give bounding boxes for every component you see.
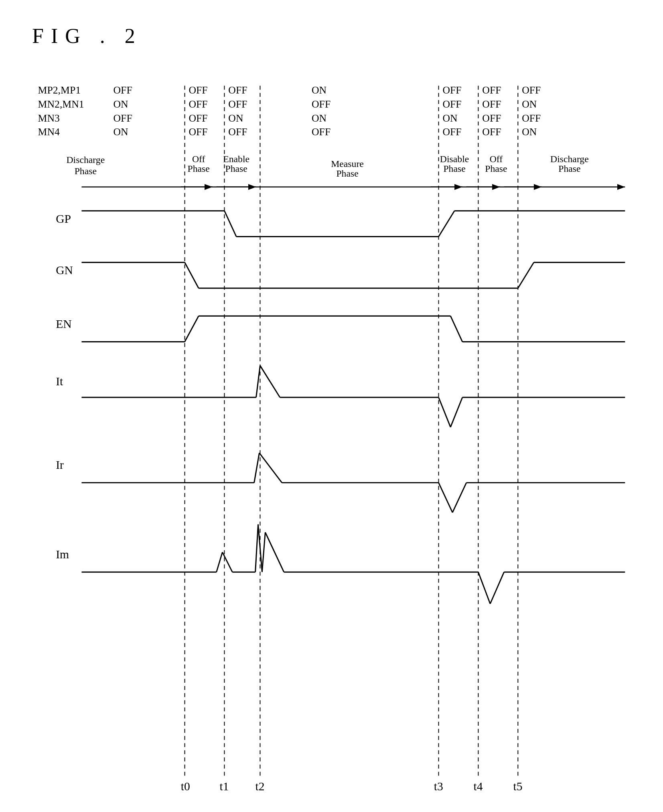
time-label-t4: t4 — [474, 780, 483, 793]
page: FIG . 2 MP2,MP1 MN2,MN1 MN3 MN4 — [0, 0, 663, 812]
im-spike2-down — [265, 532, 284, 572]
it-spike-down — [260, 366, 280, 397]
phase-discharge2-line1: Discharge — [550, 154, 589, 164]
gp-fall — [224, 211, 236, 236]
state-mn2mn1-off1: OFF — [189, 98, 207, 110]
timing-diagram: MP2,MP1 MN2,MN1 MN3 MN4 OFF ON OFF ON OF… — [32, 72, 631, 794]
phase-off2-line1: Off — [490, 154, 503, 164]
phase-discharge1-line1: Discharge — [66, 155, 105, 165]
state-mn2mn1-off2: OFF — [482, 98, 501, 110]
ir-spike-down — [260, 453, 282, 482]
state-mp2mp1-disable: OFF — [442, 84, 461, 96]
state-mn2mn1-enable: OFF — [228, 98, 247, 110]
state-mp2mp1-off2: OFF — [482, 84, 501, 96]
im-spike2-up — [262, 532, 265, 572]
it-dip-down — [439, 397, 451, 427]
diagram-area: MP2,MP1 MN2,MN1 MN3 MN4 OFF ON OFF ON OF… — [32, 72, 631, 794]
phase-measure-line2: Phase — [336, 168, 358, 179]
figure-title: FIG . 2 — [32, 24, 631, 48]
phase-discharge2-line2: Phase — [558, 163, 580, 174]
ir-spike-up — [254, 453, 260, 482]
state-mp2mp1-enable: OFF — [228, 84, 247, 96]
phase-off1-line2: Phase — [188, 163, 210, 174]
state-mn4-discharge: ON — [114, 126, 128, 138]
time-label-t5: t5 — [513, 780, 522, 793]
state-mn3-discharge2: OFF — [522, 112, 541, 124]
state-mp2mp1-measure: ON — [312, 84, 326, 96]
mp2mp1-label: MP2,MP1 — [38, 84, 81, 96]
time-label-t3: t3 — [434, 780, 443, 793]
state-mp2mp1-discharge2: OFF — [522, 84, 541, 96]
ir-dip-up — [452, 483, 466, 513]
mn4-label: MN4 — [38, 126, 60, 138]
it-dip-up — [450, 397, 462, 427]
state-mn2mn1-discharge2: ON — [522, 98, 537, 110]
state-mn4-measure: OFF — [312, 126, 330, 138]
en-label: EN — [56, 317, 72, 330]
state-mp2mp1-discharge: OFF — [114, 84, 132, 96]
state-mn4-disable: OFF — [442, 126, 461, 138]
time-label-t2: t2 — [255, 780, 265, 793]
im-bump-down — [223, 552, 233, 572]
phase-off1-line1: Off — [192, 154, 205, 164]
state-mn3-off1: OFF — [189, 112, 207, 124]
state-mn3-discharge: OFF — [114, 112, 132, 124]
phase-enable-line2: Phase — [225, 163, 247, 174]
ir-dip-down — [439, 483, 453, 513]
en-rise — [185, 316, 199, 342]
state-mn4-off2: OFF — [482, 126, 501, 138]
im-dip-up — [490, 572, 504, 604]
im-label: Im — [56, 548, 69, 561]
gp-label: GP — [56, 212, 71, 225]
phase-enable-line1: Enable — [223, 154, 249, 164]
state-mn4-discharge2: ON — [522, 126, 537, 138]
state-mn3-off2: OFF — [482, 112, 501, 124]
gn-fall — [185, 263, 199, 288]
phase-off2-line2: Phase — [485, 163, 507, 174]
state-mn2mn1-measure: OFF — [312, 98, 330, 110]
im-dip-down — [478, 572, 490, 604]
state-mn3-disable: ON — [442, 112, 457, 124]
phase-discharge1-line2: Phase — [75, 166, 97, 176]
phase-measure-line1: Measure — [331, 159, 364, 169]
im-spike-up — [255, 524, 258, 572]
mn3-label: MN3 — [38, 112, 60, 124]
ir-label: Ir — [56, 458, 64, 471]
state-mn2mn1-disable: OFF — [442, 98, 461, 110]
gn-label: GN — [56, 264, 73, 277]
state-mn4-off1: OFF — [189, 126, 207, 138]
state-mn2mn1-discharge: ON — [114, 98, 128, 110]
time-label-t0: t0 — [181, 780, 190, 793]
gp-rise — [439, 211, 455, 236]
mn2mn1-label: MN2,MN1 — [38, 98, 84, 110]
gn-rise — [518, 263, 534, 288]
phase-disable-line1: Disable — [440, 154, 469, 164]
time-label-t1: t1 — [220, 780, 229, 793]
state-mn3-measure: ON — [312, 112, 326, 124]
state-mp2mp1-off1: OFF — [189, 84, 207, 96]
state-mn3-enable: ON — [228, 112, 243, 124]
state-mn4-enable: OFF — [228, 126, 247, 138]
im-bump-up — [217, 552, 223, 572]
it-label: It — [56, 375, 63, 388]
it-spike-up — [256, 366, 260, 397]
en-fall — [450, 316, 462, 342]
phase-disable-line2: Phase — [443, 163, 465, 174]
